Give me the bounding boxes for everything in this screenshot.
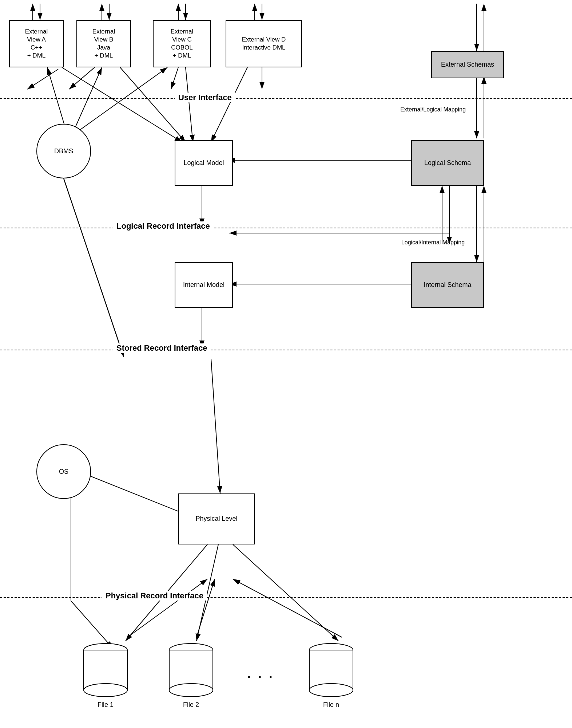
- os-circle: OS: [36, 444, 91, 499]
- svg-line-11: [27, 69, 58, 89]
- external-logical-mapping-label: External/Logical Mapping: [400, 106, 466, 114]
- arrows-svg: [0, 0, 572, 728]
- file2-label: File 2: [183, 701, 199, 709]
- physical-level-label: Physical Level: [195, 515, 237, 523]
- svg-line-37: [127, 579, 207, 637]
- internal-model-label: Internal Model: [183, 281, 225, 289]
- svg-line-31: [84, 473, 193, 517]
- external-view-d-box: External View D Interactive DML: [226, 20, 302, 67]
- external-view-d-label: External View D Interactive DML: [242, 36, 286, 52]
- file1-label: File 1: [98, 701, 114, 709]
- diagram-container: External View A C++ + DML External View …: [0, 0, 572, 728]
- stored-record-interface-line: [0, 350, 572, 350]
- physical-record-interface-label: Physical Record Interface: [102, 591, 207, 601]
- external-view-b-box: External View B Java + DML: [76, 20, 131, 67]
- svg-point-48: [84, 684, 127, 697]
- external-view-a-box: External View A C++ + DML: [9, 20, 64, 67]
- filen-cylinder: File n: [306, 641, 357, 709]
- user-interface-label: User Interface: [175, 93, 235, 102]
- svg-line-36: [233, 544, 338, 641]
- file1-cylinder: File 1: [80, 641, 131, 709]
- physical-level-box: Physical Level: [178, 493, 255, 544]
- files-dots: · · ·: [247, 670, 274, 684]
- logical-record-interface-line: [0, 228, 572, 228]
- svg-point-53: [169, 684, 213, 697]
- logical-schema-label: Logical Schema: [424, 159, 471, 167]
- external-view-a-label: External View A C++ + DML: [25, 28, 48, 60]
- logical-record-interface-label: Logical Record Interface: [113, 221, 214, 231]
- user-interface-line: [0, 98, 572, 99]
- internal-model-box: Internal Model: [175, 262, 233, 308]
- svg-line-39: [233, 579, 342, 637]
- filen-label: File n: [323, 701, 339, 709]
- external-schemas-label: External Schemas: [441, 60, 494, 69]
- logical-internal-mapping-label: Logical/Internal Mapping: [400, 239, 466, 247]
- logical-model-label: Logical Model: [183, 159, 224, 167]
- external-view-c-box: External View C COBOL + DML: [153, 20, 211, 67]
- svg-line-16: [211, 67, 247, 142]
- svg-line-29: [64, 178, 124, 357]
- svg-line-38: [196, 579, 215, 637]
- logical-model-box: Logical Model: [175, 140, 233, 186]
- svg-line-15: [171, 67, 178, 89]
- internal-schema-label: Internal Schema: [424, 281, 471, 289]
- external-view-b-label: External View B Java + DML: [92, 28, 115, 60]
- file2-cylinder: File 2: [166, 641, 217, 709]
- svg-line-30: [211, 359, 220, 493]
- svg-line-14: [186, 67, 193, 142]
- os-label: OS: [59, 468, 68, 476]
- svg-point-58: [309, 684, 353, 697]
- svg-line-20: [78, 67, 167, 131]
- logical-schema-box: Logical Schema: [411, 140, 484, 186]
- internal-schema-box: Internal Schema: [411, 262, 484, 308]
- svg-line-13: [69, 67, 95, 89]
- svg-line-12: [120, 67, 186, 142]
- dbms-label: DBMS: [54, 147, 73, 155]
- dbms-circle: DBMS: [36, 124, 91, 178]
- external-view-c-label: External View C COBOL + DML: [171, 28, 193, 60]
- external-schemas-box: External Schemas: [431, 51, 504, 78]
- svg-line-19: [73, 67, 102, 133]
- stored-record-interface-label: Stored Record Interface: [113, 343, 211, 353]
- physical-record-interface-line: [0, 597, 572, 598]
